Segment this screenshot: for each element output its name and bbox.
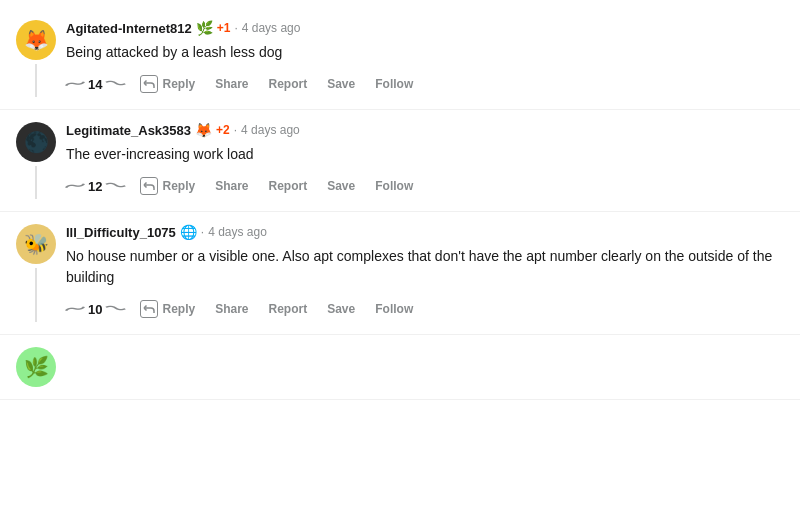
comment-body: The ever-increasing work load: [66, 144, 784, 165]
vote-area: 〜 14 〜: [66, 75, 124, 93]
timestamp: 4 days ago: [208, 225, 267, 239]
comment-header: Legitimate_Ask3583 🦊 +2 · 4 days ago: [66, 122, 784, 138]
save-button[interactable]: Save: [323, 73, 359, 95]
avatar-line: [35, 166, 37, 199]
comment-item: 🌿: [0, 335, 800, 400]
share-button[interactable]: Share: [211, 73, 252, 95]
reply-icon: [140, 300, 158, 318]
award-badge: 🌿: [196, 20, 213, 36]
downvote-arrow-icon[interactable]: 〜: [101, 301, 130, 316]
comment-body: No house number or a visible one. Also a…: [66, 246, 784, 288]
username[interactable]: Legitimate_Ask3583: [66, 123, 191, 138]
comment-content: Agitated-Internet812 🌿 +1 · 4 days ago B…: [66, 20, 784, 97]
comment-left: 🦊: [16, 20, 56, 97]
comment-left: 🌿: [16, 347, 56, 387]
comment-actions: 〜 12 〜 Reply Share Report Save Fo: [66, 173, 784, 199]
timestamp: 4 days ago: [241, 123, 300, 137]
karma-bump: +2: [216, 123, 230, 137]
username[interactable]: Ill_Difficulty_1075: [66, 225, 176, 240]
comment-content: Ill_Difficulty_1075 🌐 · 4 days ago No ho…: [66, 224, 784, 322]
timestamp: 4 days ago: [242, 21, 301, 35]
comment-body: Being attacked by a leash less dog: [66, 42, 784, 63]
report-button[interactable]: Report: [265, 175, 312, 197]
meta-dot: ·: [234, 21, 237, 35]
comment-left: 🌑: [16, 122, 56, 199]
award-badge: 🌐: [180, 224, 197, 240]
comment-content: Legitimate_Ask3583 🦊 +2 · 4 days ago The…: [66, 122, 784, 199]
vote-area: 〜 12 〜: [66, 177, 124, 195]
avatar-line: [35, 64, 37, 97]
comment-list: 🦊 Agitated-Internet812 🌿 +1 · 4 days ago…: [0, 0, 800, 408]
report-button[interactable]: Report: [265, 298, 312, 320]
reply-icon: [140, 177, 158, 195]
avatar-line: [35, 268, 37, 322]
meta-dot: ·: [201, 225, 204, 239]
meta-dot: ·: [234, 123, 237, 137]
comment-header: Ill_Difficulty_1075 🌐 · 4 days ago: [66, 224, 784, 240]
reply-button[interactable]: Reply: [136, 173, 199, 199]
avatar: 🌿: [16, 347, 56, 387]
vote-area: 〜 10 〜: [66, 300, 124, 318]
upvote-arrow-icon[interactable]: 〜: [61, 76, 90, 91]
award-badge: 🦊: [195, 122, 212, 138]
comment-content: [66, 347, 784, 387]
follow-button[interactable]: Follow: [371, 73, 417, 95]
upvote-arrow-icon[interactable]: 〜: [61, 178, 90, 193]
comment-left: 🐝: [16, 224, 56, 322]
save-button[interactable]: Save: [323, 175, 359, 197]
upvote-arrow-icon[interactable]: 〜: [61, 301, 90, 316]
follow-button[interactable]: Follow: [371, 175, 417, 197]
comment-actions: 〜 10 〜 Reply Share Report Save Fo: [66, 296, 784, 322]
share-button[interactable]: Share: [211, 175, 252, 197]
reply-button[interactable]: Reply: [136, 71, 199, 97]
share-button[interactable]: Share: [211, 298, 252, 320]
comment-header: Agitated-Internet812 🌿 +1 · 4 days ago: [66, 20, 784, 36]
comment-actions: 〜 14 〜 Reply Share Report Save Fo: [66, 71, 784, 97]
report-button[interactable]: Report: [265, 73, 312, 95]
comment-item: 🐝 Ill_Difficulty_1075 🌐 · 4 days ago No …: [0, 212, 800, 335]
comment-item: 🌑 Legitimate_Ask3583 🦊 +2 · 4 days ago T…: [0, 110, 800, 212]
avatar: 🦊: [16, 20, 56, 60]
downvote-arrow-icon[interactable]: 〜: [101, 76, 130, 91]
karma-bump: +1: [217, 21, 231, 35]
save-button[interactable]: Save: [323, 298, 359, 320]
comment-item: 🦊 Agitated-Internet812 🌿 +1 · 4 days ago…: [0, 8, 800, 110]
reply-icon: [140, 75, 158, 93]
avatar: 🌑: [16, 122, 56, 162]
follow-button[interactable]: Follow: [371, 298, 417, 320]
avatar: 🐝: [16, 224, 56, 264]
reply-button[interactable]: Reply: [136, 296, 199, 322]
username[interactable]: Agitated-Internet812: [66, 21, 192, 36]
downvote-arrow-icon[interactable]: 〜: [101, 178, 130, 193]
